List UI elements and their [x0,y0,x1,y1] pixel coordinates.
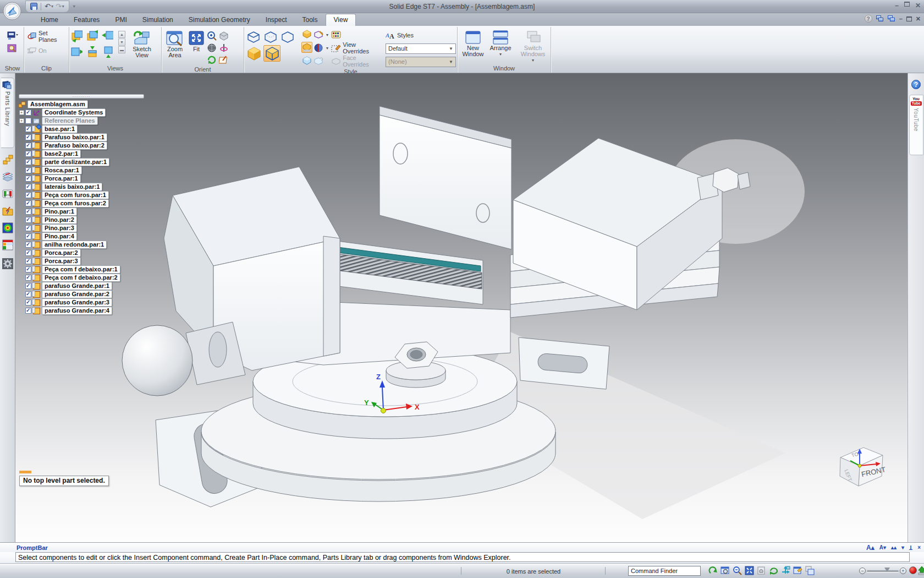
color-manager-button[interactable] [331,29,382,41]
app-logo-icon[interactable] [2,1,22,21]
face-style-sample-button[interactable] [314,55,328,67]
help-icon[interactable]: ? [911,80,921,89]
visibility-checkbox[interactable] [25,291,31,297]
tree-item[interactable]: Pino.par:3 [18,224,161,232]
tab-home[interactable]: Home [33,14,66,26]
switch-windows-button[interactable]: Switch Windows▾ [518,29,548,64]
visibility-checkbox[interactable] [25,200,31,206]
tree-item[interactable]: laterais baixo.par:1 [18,183,161,191]
visibility-checkbox[interactable] [25,217,31,223]
visibility-checkbox[interactable] [25,184,31,190]
tab-view[interactable]: View [326,14,356,26]
visibility-checkbox[interactable] [25,299,31,306]
view-orientation-icon[interactable] [218,30,230,41]
visibility-checkbox[interactable] [25,283,31,289]
wireframe-visible-edges-button[interactable] [245,30,261,44]
expand-toggle[interactable]: + [19,110,24,115]
visibility-checkbox[interactable] [25,258,31,264]
uplevel-button[interactable] [918,566,924,575]
pin-button[interactable]: T [909,544,912,550]
sensors-icon[interactable] [2,188,13,199]
arrange-button[interactable]: Arrange▾ [487,29,514,58]
tree-item[interactable]: parafuso Grande.par:1 [18,282,161,290]
view-left-button[interactable] [70,46,82,58]
visibility-checkbox[interactable] [25,134,31,140]
tree-item[interactable]: + Coordinate Systems [18,108,161,117]
layers-icon[interactable] [2,171,13,182]
visibility-checkbox[interactable] [25,275,31,281]
pathfinder-icon[interactable] [2,154,13,165]
spin-view-button[interactable] [206,54,218,66]
tree-item[interactable]: base.par:1 [18,125,161,133]
visibility-checkbox[interactable] [25,225,31,231]
tree-item[interactable]: Parafuso baixo.par:1 [18,133,161,141]
visibility-checkbox[interactable] [25,126,31,132]
tile-windows-icon[interactable] [888,15,895,22]
cascade-windows-icon[interactable] [876,15,884,22]
tree-item[interactable]: parte deslizante.par:1 [18,158,161,166]
help-icon[interactable]: ? [865,15,872,23]
visibility-checkbox[interactable] [25,110,31,116]
visibility-checkbox[interactable] [25,266,31,272]
tree-item[interactable]: Pino.par:4 [18,232,161,241]
tree-item[interactable]: Pino.par:2 [18,216,161,224]
help-folder-icon[interactable]: ? [2,205,13,216]
shaded-style-button[interactable] [301,42,312,53]
tree-item[interactable]: Porca.par:1 [18,175,161,183]
zoom-area-button[interactable]: Zoom Area [163,29,187,59]
last-view-icon[interactable] [708,566,718,575]
views-more-button[interactable]: ▬ [118,46,125,53]
tab-simulation[interactable]: Simulation [135,14,181,26]
visibility-checkbox[interactable] [25,167,31,173]
fit-button[interactable]: Fit [187,29,206,53]
view-top-button[interactable] [70,30,82,41]
doc-restore-button[interactable] [906,17,912,21]
zoom-icon[interactable] [733,566,742,575]
youtube-tab[interactable]: You Tube YouTube [909,95,923,155]
settings-gear-icon[interactable] [2,258,13,269]
tree-item[interactable]: anilha redonda.par:1 [18,241,161,249]
wireframe-hidden-edges-button[interactable] [262,30,278,44]
zoom-slider[interactable]: − + [859,567,906,575]
tab-simulation-geometry[interactable]: Simulation Geometry [181,14,258,26]
doc-close-button[interactable]: ✕ [916,15,921,23]
tree-item[interactable]: Peça com furos.par:1 [18,191,161,199]
visible-edges-style-button[interactable] [301,29,312,40]
zoom-slider-track[interactable] [867,570,899,572]
visibility-checkbox[interactable] [25,192,31,198]
pan-icon[interactable] [757,566,766,575]
show-hide-button[interactable] [7,30,19,41]
tree-item[interactable]: Porca.par:3 [18,257,161,265]
view-front-button[interactable] [86,30,98,41]
graphics-viewport[interactable]: Z X Y ········· Assemblagem.asm + Coordi [15,73,908,542]
tree-item[interactable]: parafuso Grande.par:2 [18,290,161,298]
visibility-checkbox[interactable] [25,250,31,256]
tree-item[interactable]: Parafuso baixo.par:2 [18,141,161,150]
view-bottom-button[interactable] [101,46,113,58]
visibility-checkbox[interactable] [25,143,31,149]
view-overrides-button[interactable]: View Overrides [331,42,382,54]
tab-features[interactable]: Features [66,14,107,26]
edit-style-button[interactable]: ▾ [314,29,328,41]
report-grid-icon[interactable] [2,239,13,250]
face-style-select[interactable]: (None)▼ [386,57,456,67]
collapse-button[interactable]: ▴▴ [891,544,897,550]
tree-item[interactable]: parafuso Grande.par:3 [18,298,161,307]
tab-pmi[interactable]: PMI [107,14,134,26]
view-styles-icon[interactable] [793,566,802,575]
fit-icon[interactable] [745,566,754,575]
visibility-checkbox[interactable] [25,308,31,314]
window-copy-icon[interactable] [805,566,815,575]
set-planes-button[interactable]: Set Planes [28,30,68,42]
zoom-slider-thumb[interactable] [884,568,890,572]
tab-inspect[interactable]: Inspect [258,14,295,26]
command-finder-input[interactable] [628,566,701,576]
view-cube[interactable]: TOP LEFT FRONT [831,441,892,492]
shaded-button[interactable] [245,45,262,62]
common-views-icon[interactable] [781,566,790,575]
views-scroll-up-button[interactable]: ▲ [118,31,125,38]
tree-item[interactable]: Peça com furos.par:2 [18,199,161,208]
face-overrides-button[interactable]: Face Overrides [331,55,382,67]
view-style-select[interactable]: Default▼ [386,43,456,54]
zoom-out-button[interactable]: − [859,568,866,574]
